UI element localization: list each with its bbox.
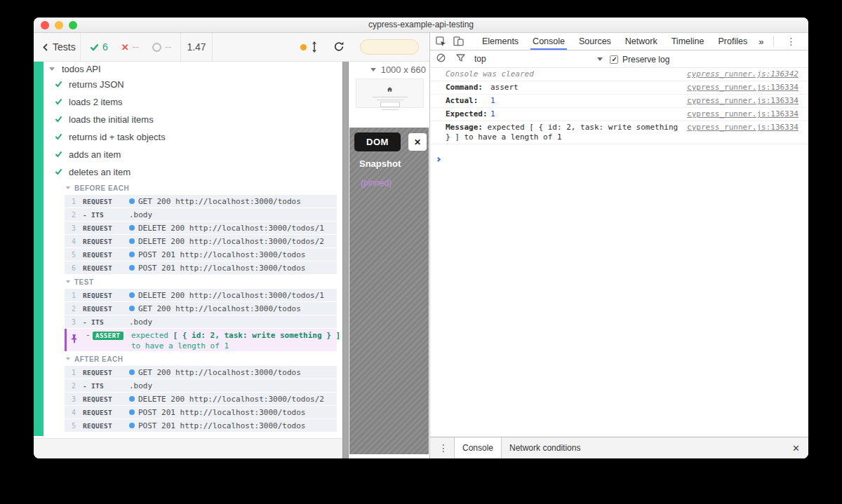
log-row[interactable]: 2REQUESTGET 200 http://localhost:3000/to… [65, 302, 337, 315]
suite-title: todos API [62, 64, 101, 74]
test-item[interactable]: loads 2 items [44, 93, 342, 111]
console-value: 1 [490, 109, 495, 119]
pin-icon [71, 333, 78, 346]
suite-todos-api[interactable]: todos API [44, 62, 342, 76]
preserve-log-checkbox[interactable] [610, 55, 618, 64]
test-item[interactable]: returns id + task objects [44, 128, 342, 146]
log-row[interactable]: 2- ITS.body [65, 208, 337, 221]
console-source-link[interactable]: cypress_runner.js:136334 [687, 83, 798, 93]
log-section-header[interactable]: TEST [44, 275, 342, 289]
drawer-menu-button[interactable]: ⋮ [439, 442, 448, 454]
log-row[interactable]: 3REQUESTDELETE 200 http://localhost:3000… [65, 222, 337, 234]
log-row[interactable]: 2- ITS.body [65, 379, 337, 392]
devtools-tab-timeline[interactable]: Timeline [664, 33, 711, 50]
close-window-button[interactable] [41, 21, 49, 29]
url-address-pill[interactable] [360, 39, 419, 55]
console-toolbar: top Preserve log [430, 50, 808, 68]
log-message: POST 201 http://localhost:3000/todos [129, 408, 305, 417]
execution-context-selector[interactable]: top [474, 54, 486, 64]
device-toolbar-button[interactable] [453, 36, 464, 46]
log-row[interactable]: 6REQUESTPOST 201 http://localhost:3000/t… [65, 261, 337, 274]
close-snapshot-button[interactable]: ✕ [408, 133, 427, 151]
request-status-dot [129, 409, 135, 415]
request-status-dot [129, 369, 135, 375]
console-source-link[interactable]: cypress_runner.js:136334 [687, 109, 798, 119]
log-row[interactable]: 1REQUESTGET 200 http://localhost:3000/to… [65, 195, 337, 207]
chevron-down-icon[interactable] [597, 57, 603, 61]
test-item[interactable]: loads the initial items [44, 111, 342, 128]
test-item[interactable]: deletes an item [44, 163, 342, 181]
log-message: POST 201 http://localhost:3000/todos [129, 250, 305, 259]
devtools-close-button[interactable]: ✕ [802, 36, 808, 47]
console-info-text: Console was cleared [446, 69, 534, 79]
log-row[interactable]: 3- ITS.body [65, 315, 337, 328]
request-status-dot [129, 252, 135, 257]
more-tabs-button[interactable]: » [754, 36, 768, 47]
devtools-tab-elements[interactable]: Elements [475, 33, 526, 50]
devtools-tab-sources[interactable]: Sources [572, 33, 618, 50]
clear-console-button[interactable] [436, 53, 446, 65]
console-source-link[interactable]: cypress_runner.js:136342 [687, 69, 798, 79]
minimize-window-button[interactable] [55, 21, 63, 29]
section-title: TEST [74, 278, 94, 286]
test-title: returns id + task objects [69, 132, 166, 142]
devtools-tab-console[interactable]: Console [526, 33, 572, 50]
console-value: assert [490, 83, 519, 93]
test-item[interactable]: returns JSON [44, 76, 342, 93]
log-text: POST 201 http://localhost:3000/todos [138, 264, 305, 273]
viewport-size-dropdown[interactable]: 1000 x 660 [349, 62, 426, 77]
devtools-menu-button[interactable]: ⋮ [780, 36, 802, 47]
assert-badge: ASSERT [93, 332, 123, 340]
console-row: Message: expected [ { id: 2, task: write… [430, 121, 808, 144]
log-message: GET 200 http://localhost:3000/todos [129, 368, 301, 377]
log-section-header[interactable]: AFTER EACH [44, 352, 342, 366]
test-title: deletes an item [69, 167, 131, 177]
drawer-tab-network-conditions[interactable]: Network conditions [502, 437, 588, 458]
log-text: POST 201 http://localhost:3000/todos [138, 408, 305, 417]
log-text: DELETE 200 http://localhost:3000/todos/2 [138, 237, 324, 246]
request-status-dot [129, 238, 135, 244]
test-title: returns JSON [69, 79, 124, 90]
inspect-element-button[interactable] [436, 36, 446, 47]
panel-resize-divider[interactable] [342, 62, 349, 458]
test-item[interactable]: adds an item [44, 146, 342, 163]
log-row[interactable]: 4REQUESTPOST 201 http://localhost:3000/t… [65, 406, 337, 418]
drawer-close-button[interactable]: ✕ [784, 443, 808, 454]
log-text: DELETE 200 http://localhost:3000/todos/1 [138, 291, 324, 300]
log-line-number: 4 [65, 238, 76, 245]
log-row[interactable]: 5REQUESTPOST 201 http://localhost:3000/t… [65, 248, 337, 261]
log-line-number: 1 [65, 369, 76, 376]
prompt-chevron-icon [436, 157, 441, 162]
assert-log-row[interactable]: -ASSERTexpected [ { id: 2, task: write s… [65, 329, 337, 351]
log-row[interactable]: 3REQUESTDELETE 200 http://localhost:3000… [65, 393, 337, 405]
console-prompt[interactable] [430, 147, 440, 164]
request-status-dot [129, 265, 135, 271]
log-row[interactable]: 5REQUESTPOST 201 http://localhost:3000/t… [65, 419, 337, 432]
devtools-tab-profiles[interactable]: Profiles [711, 33, 754, 50]
dom-snapshot-button[interactable]: DOM [354, 132, 401, 151]
desktop-background: { "window": {"title": "cypress-example-a… [0, 0, 842, 504]
log-line-number: 4 [65, 409, 76, 416]
drawer-tab-console[interactable]: Console [454, 437, 502, 458]
console-messages: Console was clearedcypress_runner.js:136… [430, 68, 808, 144]
filter-icon[interactable] [456, 53, 465, 65]
devtools-tab-network[interactable]: Network [618, 33, 664, 50]
zoom-window-button[interactable] [69, 21, 77, 29]
log-row[interactable]: 1REQUESTDELETE 200 http://localhost:3000… [65, 289, 337, 301]
refresh-button[interactable] [333, 41, 345, 55]
console-source-link[interactable]: cypress_runner.js:136334 [687, 96, 798, 106]
passed-count: 6 [90, 41, 108, 53]
console-source-link[interactable]: cypress_runner.js:136334 [687, 123, 798, 132]
log-message: GET 200 http://localhost:3000/todos [129, 304, 301, 313]
chevron-left-icon [43, 43, 48, 51]
log-row[interactable]: 4REQUESTDELETE 200 http://localhost:3000… [65, 235, 337, 247]
check-icon [55, 79, 62, 90]
log-row[interactable]: 1REQUESTGET 200 http://localhost:3000/to… [65, 366, 337, 379]
log-type-label: - ITS [83, 382, 104, 390]
log-line-number: 2 [65, 382, 76, 390]
preserve-log-option[interactable]: Preserve log [610, 50, 669, 68]
back-to-tests-button[interactable]: Tests [34, 33, 81, 61]
home-icon [387, 87, 392, 92]
log-line-number: 5 [65, 251, 76, 259]
log-section-header[interactable]: BEFORE EACH [44, 181, 342, 195]
